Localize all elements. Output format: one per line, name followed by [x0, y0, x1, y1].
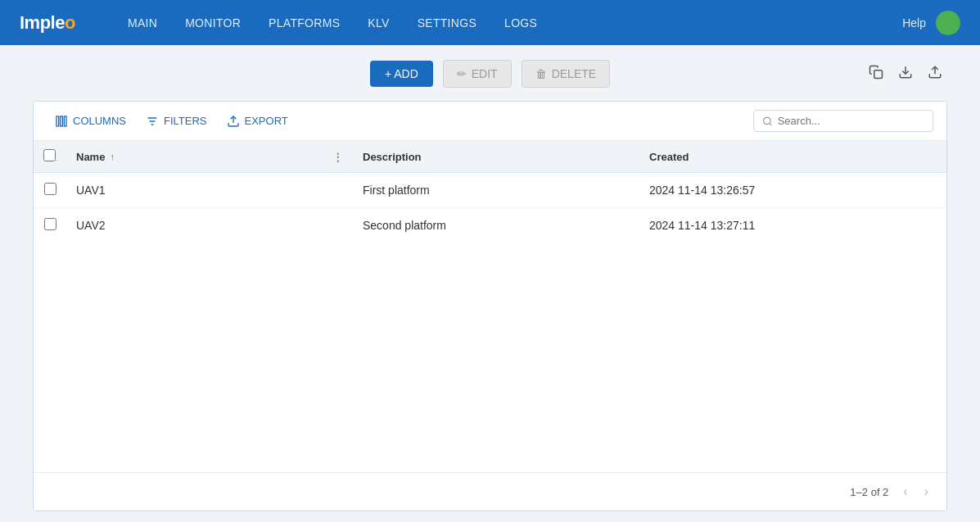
svg-point-10: [764, 117, 770, 124]
table-header: Name ↑ ⋮ Description Created: [34, 141, 946, 173]
search-container: [753, 110, 933, 132]
nav-platforms[interactable]: PLATFORMS: [255, 10, 353, 36]
table-container: COLUMNS FILTERS EXPORT: [33, 101, 947, 511]
row-description: Second platform: [353, 208, 639, 243]
filters-button[interactable]: FILTERS: [138, 111, 215, 132]
svg-rect-5: [64, 116, 66, 126]
select-all-checkbox[interactable]: [43, 149, 56, 161]
table-body: UAV1 First platform 2024 11-14 13:26:57 …: [34, 173, 946, 243]
row-checkbox[interactable]: [44, 183, 56, 195]
row-created: 2024 11-14 13:27:11: [639, 208, 946, 243]
export-button[interactable]: EXPORT: [219, 111, 296, 132]
edit-icon: ✏: [457, 67, 467, 80]
logo[interactable]: Impleo: [20, 12, 75, 34]
row-created: 2024 11-14 13:26:57: [639, 173, 946, 208]
filters-icon: [146, 115, 159, 128]
nav-settings[interactable]: SETTINGS: [404, 10, 490, 36]
nav-right: Help: [902, 11, 960, 35]
nav-monitor[interactable]: MONITOR: [172, 10, 254, 36]
row-checkbox-cell: [34, 173, 66, 208]
nav-klv[interactable]: KLV: [355, 10, 402, 36]
download-icon: [898, 65, 913, 79]
svg-rect-0: [874, 70, 883, 78]
nav-links: MAIN MONITOR PLATFORMS KLV SETTINGS LOGS: [115, 10, 902, 36]
download-button[interactable]: [893, 60, 918, 89]
trash-icon: 🗑: [535, 67, 547, 80]
table-empty-area: [34, 243, 946, 472]
column-menu-icon[interactable]: ⋮: [332, 151, 343, 163]
header-created: Created: [639, 141, 946, 173]
svg-line-11: [770, 123, 771, 125]
edit-button: ✏ EDIT: [443, 60, 512, 88]
data-table: Name ↑ ⋮ Description Created UAV1 First …: [34, 141, 946, 243]
copy-button[interactable]: [864, 60, 888, 89]
action-toolbar: + ADD ✏ EDIT 🗑 DELETE: [0, 45, 980, 101]
pagination-next[interactable]: ›: [919, 481, 933, 502]
svg-rect-3: [56, 116, 59, 126]
copy-icon: [869, 65, 883, 79]
upload-icon: [928, 65, 942, 79]
navbar: Impleo MAIN MONITOR PLATFORMS KLV SETTIN…: [0, 0, 980, 45]
table-row: UAV2 Second platform 2024 11-14 13:27:11: [34, 208, 946, 243]
search-icon: [762, 116, 773, 127]
svg-rect-4: [61, 116, 63, 126]
pagination-info: 1–2 of 2: [850, 486, 888, 498]
table-footer: 1–2 of 2 ‹ ›: [34, 472, 946, 511]
row-description: First platform: [353, 173, 639, 208]
nav-logs[interactable]: LOGS: [491, 10, 550, 36]
delete-button: 🗑 DELETE: [522, 60, 610, 88]
nav-main[interactable]: MAIN: [115, 10, 170, 36]
user-avatar[interactable]: [936, 11, 960, 35]
toolbar-right-actions: [864, 60, 947, 89]
header-checkbox-cell: [34, 141, 66, 173]
header-description: Description: [353, 141, 639, 173]
row-name: UAV1: [66, 173, 353, 208]
columns-icon: [55, 115, 68, 128]
table-toolbar: COLUMNS FILTERS EXPORT: [34, 102, 946, 141]
upload-button[interactable]: [923, 60, 947, 89]
sort-asc-icon[interactable]: ↑: [110, 152, 115, 161]
table-row: UAV1 First platform 2024 11-14 13:26:57: [34, 173, 946, 208]
row-name: UAV2: [66, 208, 353, 243]
export-icon: [227, 115, 240, 128]
columns-button[interactable]: COLUMNS: [47, 111, 134, 132]
row-checkbox-cell: [34, 208, 66, 243]
add-button[interactable]: + ADD: [370, 61, 433, 87]
row-checkbox[interactable]: [44, 218, 56, 230]
search-input[interactable]: [778, 115, 924, 127]
header-name: Name ↑ ⋮: [66, 141, 353, 173]
help-link[interactable]: Help: [902, 16, 926, 30]
pagination-prev[interactable]: ‹: [898, 481, 912, 502]
